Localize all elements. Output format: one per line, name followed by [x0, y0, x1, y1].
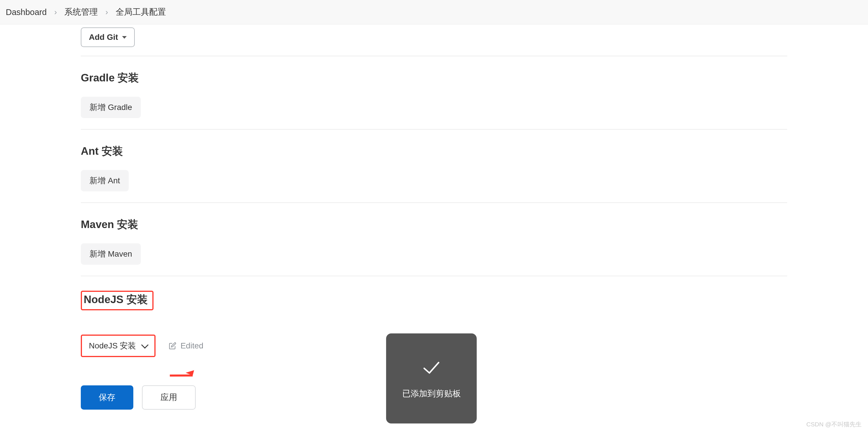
- add-maven-button[interactable]: 新增 Maven: [81, 243, 141, 265]
- caret-down-icon: [122, 36, 127, 39]
- nodejs-dropdown-label: NodeJS 安装: [89, 340, 136, 351]
- nodejs-title: NodeJS 安装: [84, 293, 148, 305]
- check-icon: [421, 358, 441, 378]
- add-git-label: Add Git: [89, 33, 118, 42]
- maven-section: Maven 安装 新增 Maven: [81, 203, 787, 276]
- add-ant-button[interactable]: 新增 Ant: [81, 170, 129, 191]
- edited-indicator: Edited: [169, 341, 203, 350]
- chevron-down-icon: [142, 341, 149, 348]
- clipboard-toast: 已添加到剪贴板: [386, 333, 477, 424]
- watermark: CSDN @不叫猫先生: [806, 420, 862, 428]
- add-git-button[interactable]: Add Git: [81, 27, 135, 47]
- apply-button[interactable]: 应用: [142, 385, 196, 410]
- ant-title: Ant 安装: [81, 144, 787, 158]
- nodejs-install-dropdown[interactable]: NodeJS 安装: [81, 335, 156, 357]
- add-gradle-button[interactable]: 新增 Gradle: [81, 97, 141, 118]
- breadcrumb: Dashboard › 系统管理 › 全局工具配置: [0, 0, 868, 25]
- breadcrumb-global-tool-config[interactable]: 全局工具配置: [116, 6, 166, 18]
- save-button[interactable]: 保存: [81, 385, 133, 410]
- nodejs-title-highlight: NodeJS 安装: [81, 291, 154, 310]
- gradle-title: Gradle 安装: [81, 71, 787, 85]
- edited-label: Edited: [180, 341, 203, 350]
- maven-title: Maven 安装: [81, 217, 787, 232]
- edit-icon: [169, 342, 176, 349]
- toast-message: 已添加到剪贴板: [402, 388, 461, 400]
- chevron-right-icon: ›: [105, 7, 108, 17]
- breadcrumb-dashboard[interactable]: Dashboard: [6, 7, 47, 17]
- chevron-right-icon: ›: [54, 7, 57, 17]
- gradle-section: Gradle 安装 新增 Gradle: [81, 56, 787, 129]
- ant-section: Ant 安装 新增 Ant: [81, 130, 787, 203]
- breadcrumb-system-manage[interactable]: 系统管理: [64, 6, 98, 18]
